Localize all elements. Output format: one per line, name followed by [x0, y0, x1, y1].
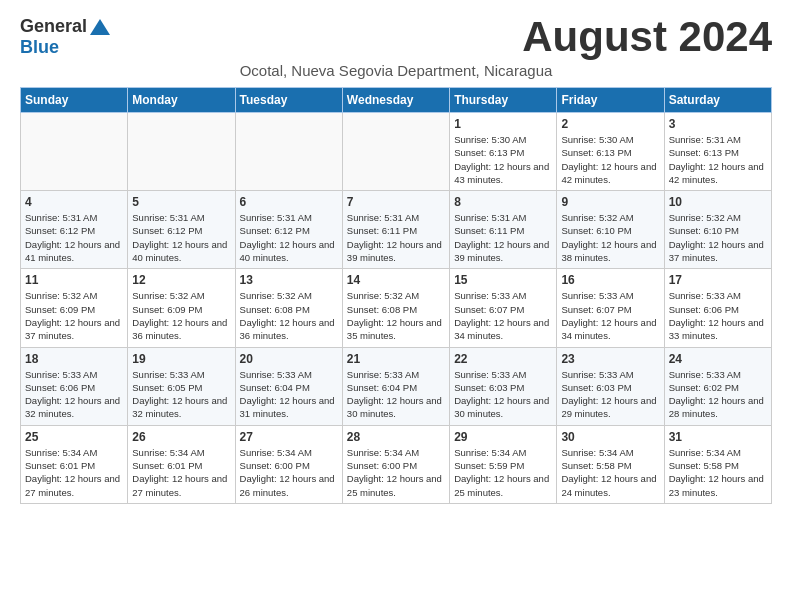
table-row: 23Sunrise: 5:33 AM Sunset: 6:03 PM Dayli…	[557, 347, 664, 425]
day-info: Sunrise: 5:31 AM Sunset: 6:11 PM Dayligh…	[347, 211, 445, 264]
subtitle: Ocotal, Nueva Segovia Department, Nicara…	[20, 62, 772, 79]
header-sunday: Sunday	[21, 88, 128, 113]
day-number: 5	[132, 195, 230, 209]
calendar-container: General Blue August 2024 Ocotal, Nueva S…	[0, 0, 792, 520]
day-info: Sunrise: 5:34 AM Sunset: 6:00 PM Dayligh…	[347, 446, 445, 499]
day-info: Sunrise: 5:33 AM Sunset: 6:03 PM Dayligh…	[454, 368, 552, 421]
day-info: Sunrise: 5:31 AM Sunset: 6:12 PM Dayligh…	[132, 211, 230, 264]
month-title: August 2024	[522, 16, 772, 58]
header-tuesday: Tuesday	[235, 88, 342, 113]
day-info: Sunrise: 5:32 AM Sunset: 6:10 PM Dayligh…	[561, 211, 659, 264]
day-info: Sunrise: 5:32 AM Sunset: 6:08 PM Dayligh…	[240, 289, 338, 342]
day-info: Sunrise: 5:34 AM Sunset: 6:01 PM Dayligh…	[132, 446, 230, 499]
table-row: 30Sunrise: 5:34 AM Sunset: 5:58 PM Dayli…	[557, 425, 664, 503]
logo-blue-text: Blue	[20, 37, 59, 57]
table-row: 26Sunrise: 5:34 AM Sunset: 6:01 PM Dayli…	[128, 425, 235, 503]
logo-general-text: General	[20, 16, 87, 37]
table-row: 3Sunrise: 5:31 AM Sunset: 6:13 PM Daylig…	[664, 113, 771, 191]
day-info: Sunrise: 5:33 AM Sunset: 6:02 PM Dayligh…	[669, 368, 767, 421]
table-row: 27Sunrise: 5:34 AM Sunset: 6:00 PM Dayli…	[235, 425, 342, 503]
day-number: 24	[669, 352, 767, 366]
day-info: Sunrise: 5:32 AM Sunset: 6:10 PM Dayligh…	[669, 211, 767, 264]
header-wednesday: Wednesday	[342, 88, 449, 113]
table-row: 15Sunrise: 5:33 AM Sunset: 6:07 PM Dayli…	[450, 269, 557, 347]
day-info: Sunrise: 5:34 AM Sunset: 5:59 PM Dayligh…	[454, 446, 552, 499]
table-row: 11Sunrise: 5:32 AM Sunset: 6:09 PM Dayli…	[21, 269, 128, 347]
weekday-header-row: Sunday Monday Tuesday Wednesday Thursday…	[21, 88, 772, 113]
table-row: 20Sunrise: 5:33 AM Sunset: 6:04 PM Dayli…	[235, 347, 342, 425]
table-row: 6Sunrise: 5:31 AM Sunset: 6:12 PM Daylig…	[235, 191, 342, 269]
day-number: 8	[454, 195, 552, 209]
header: General Blue August 2024	[20, 16, 772, 58]
day-number: 21	[347, 352, 445, 366]
day-number: 11	[25, 273, 123, 287]
day-info: Sunrise: 5:32 AM Sunset: 6:09 PM Dayligh…	[25, 289, 123, 342]
day-info: Sunrise: 5:30 AM Sunset: 6:13 PM Dayligh…	[561, 133, 659, 186]
day-number: 28	[347, 430, 445, 444]
table-row: 29Sunrise: 5:34 AM Sunset: 5:59 PM Dayli…	[450, 425, 557, 503]
day-info: Sunrise: 5:30 AM Sunset: 6:13 PM Dayligh…	[454, 133, 552, 186]
day-info: Sunrise: 5:33 AM Sunset: 6:04 PM Dayligh…	[240, 368, 338, 421]
logo: General Blue	[20, 16, 111, 58]
header-saturday: Saturday	[664, 88, 771, 113]
day-number: 13	[240, 273, 338, 287]
day-number: 6	[240, 195, 338, 209]
day-info: Sunrise: 5:33 AM Sunset: 6:07 PM Dayligh…	[561, 289, 659, 342]
day-number: 12	[132, 273, 230, 287]
day-number: 14	[347, 273, 445, 287]
table-row: 1Sunrise: 5:30 AM Sunset: 6:13 PM Daylig…	[450, 113, 557, 191]
svg-marker-0	[90, 19, 110, 35]
table-row	[21, 113, 128, 191]
table-row	[342, 113, 449, 191]
day-number: 16	[561, 273, 659, 287]
day-info: Sunrise: 5:34 AM Sunset: 5:58 PM Dayligh…	[669, 446, 767, 499]
calendar-table: Sunday Monday Tuesday Wednesday Thursday…	[20, 87, 772, 504]
table-row: 25Sunrise: 5:34 AM Sunset: 6:01 PM Dayli…	[21, 425, 128, 503]
day-info: Sunrise: 5:33 AM Sunset: 6:06 PM Dayligh…	[669, 289, 767, 342]
calendar-week-row: 25Sunrise: 5:34 AM Sunset: 6:01 PM Dayli…	[21, 425, 772, 503]
day-number: 22	[454, 352, 552, 366]
day-info: Sunrise: 5:33 AM Sunset: 6:07 PM Dayligh…	[454, 289, 552, 342]
table-row: 13Sunrise: 5:32 AM Sunset: 6:08 PM Dayli…	[235, 269, 342, 347]
day-number: 30	[561, 430, 659, 444]
table-row: 10Sunrise: 5:32 AM Sunset: 6:10 PM Dayli…	[664, 191, 771, 269]
day-info: Sunrise: 5:31 AM Sunset: 6:12 PM Dayligh…	[240, 211, 338, 264]
day-number: 10	[669, 195, 767, 209]
table-row: 7Sunrise: 5:31 AM Sunset: 6:11 PM Daylig…	[342, 191, 449, 269]
day-info: Sunrise: 5:32 AM Sunset: 6:08 PM Dayligh…	[347, 289, 445, 342]
table-row: 31Sunrise: 5:34 AM Sunset: 5:58 PM Dayli…	[664, 425, 771, 503]
day-number: 25	[25, 430, 123, 444]
day-number: 15	[454, 273, 552, 287]
day-number: 23	[561, 352, 659, 366]
table-row: 22Sunrise: 5:33 AM Sunset: 6:03 PM Dayli…	[450, 347, 557, 425]
day-info: Sunrise: 5:34 AM Sunset: 6:01 PM Dayligh…	[25, 446, 123, 499]
header-monday: Monday	[128, 88, 235, 113]
table-row: 17Sunrise: 5:33 AM Sunset: 6:06 PM Dayli…	[664, 269, 771, 347]
table-row: 21Sunrise: 5:33 AM Sunset: 6:04 PM Dayli…	[342, 347, 449, 425]
table-row: 8Sunrise: 5:31 AM Sunset: 6:11 PM Daylig…	[450, 191, 557, 269]
table-row: 4Sunrise: 5:31 AM Sunset: 6:12 PM Daylig…	[21, 191, 128, 269]
logo-icon	[89, 18, 111, 36]
calendar-week-row: 18Sunrise: 5:33 AM Sunset: 6:06 PM Dayli…	[21, 347, 772, 425]
table-row	[128, 113, 235, 191]
day-number: 18	[25, 352, 123, 366]
table-row	[235, 113, 342, 191]
day-info: Sunrise: 5:33 AM Sunset: 6:04 PM Dayligh…	[347, 368, 445, 421]
day-number: 2	[561, 117, 659, 131]
day-info: Sunrise: 5:31 AM Sunset: 6:11 PM Dayligh…	[454, 211, 552, 264]
day-number: 29	[454, 430, 552, 444]
day-info: Sunrise: 5:33 AM Sunset: 6:05 PM Dayligh…	[132, 368, 230, 421]
table-row: 5Sunrise: 5:31 AM Sunset: 6:12 PM Daylig…	[128, 191, 235, 269]
day-number: 7	[347, 195, 445, 209]
table-row: 2Sunrise: 5:30 AM Sunset: 6:13 PM Daylig…	[557, 113, 664, 191]
calendar-body: 1Sunrise: 5:30 AM Sunset: 6:13 PM Daylig…	[21, 113, 772, 504]
day-number: 20	[240, 352, 338, 366]
day-number: 26	[132, 430, 230, 444]
day-number: 19	[132, 352, 230, 366]
day-number: 1	[454, 117, 552, 131]
day-number: 4	[25, 195, 123, 209]
table-row: 9Sunrise: 5:32 AM Sunset: 6:10 PM Daylig…	[557, 191, 664, 269]
table-row: 24Sunrise: 5:33 AM Sunset: 6:02 PM Dayli…	[664, 347, 771, 425]
calendar-week-row: 11Sunrise: 5:32 AM Sunset: 6:09 PM Dayli…	[21, 269, 772, 347]
table-row: 19Sunrise: 5:33 AM Sunset: 6:05 PM Dayli…	[128, 347, 235, 425]
